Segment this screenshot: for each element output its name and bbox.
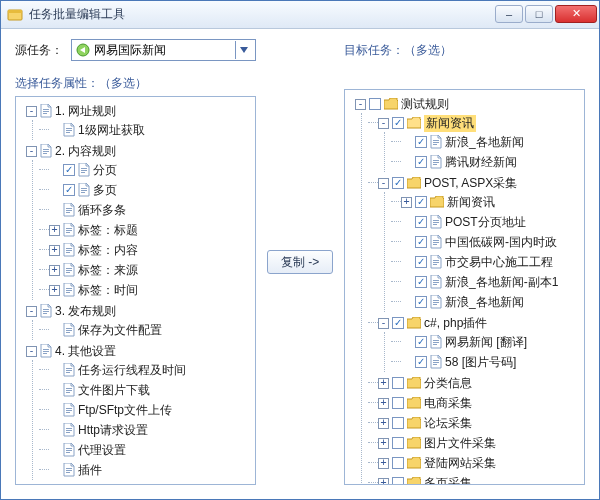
tree-node[interactable]: - 3. 发布规则 <box>26 302 253 320</box>
tree-toggle[interactable]: - <box>355 99 366 110</box>
tree-toggle[interactable]: + <box>49 225 60 236</box>
tree-toggle[interactable]: + <box>49 285 60 296</box>
tree-node[interactable]: + 标签：标题 <box>49 221 253 239</box>
tree-node[interactable]: ✓ 58 [图片号码] <box>401 353 582 371</box>
checkbox[interactable]: ✓ <box>415 296 427 308</box>
tree-node[interactable]: Ftp/SFtp文件上传 <box>49 401 253 419</box>
tree-toggle[interactable]: + <box>49 245 60 256</box>
tree-node[interactable]: + 分类信息 <box>378 374 582 392</box>
tree-node[interactable]: +✓ 新闻资讯 <box>401 193 582 211</box>
tree-toggle[interactable]: - <box>378 178 389 189</box>
close-button[interactable]: ✕ <box>555 5 597 23</box>
checkbox[interactable] <box>392 457 404 469</box>
tree-node[interactable]: - 测试规则 <box>355 95 582 113</box>
tree-node[interactable]: -✓ POST, ASPX采集 <box>378 174 582 192</box>
tree-node[interactable]: ✓ 分页 <box>49 161 253 179</box>
svg-rect-80 <box>433 304 437 305</box>
tree-node[interactable]: 代理设置 <box>49 441 253 459</box>
tree-node[interactable]: + 电商采集 <box>378 394 582 412</box>
tree-node[interactable]: ✓ 中国低碳网-国内时政 <box>401 233 582 251</box>
checkbox[interactable]: ✓ <box>415 276 427 288</box>
checkbox[interactable] <box>392 417 404 429</box>
svg-rect-77 <box>433 284 437 285</box>
tree-toggle[interactable]: + <box>401 197 412 208</box>
checkbox[interactable]: ✓ <box>415 256 427 268</box>
svg-rect-31 <box>66 290 72 291</box>
checkbox[interactable]: ✓ <box>415 236 427 248</box>
tree-node[interactable]: 循环多条 <box>49 201 253 219</box>
tree-toggle[interactable]: + <box>378 398 389 409</box>
tree-node[interactable]: + 标签：来源 <box>49 261 253 279</box>
svg-rect-8 <box>66 132 70 133</box>
tree-node[interactable]: -✓ c#, php插件 <box>378 314 582 332</box>
maximize-button[interactable]: □ <box>525 5 553 23</box>
svg-rect-84 <box>433 360 439 361</box>
tree-node[interactable]: + 论坛采集 <box>378 414 582 432</box>
checkbox[interactable]: ✓ <box>392 117 404 129</box>
tree-toggle[interactable]: - <box>26 306 37 317</box>
tree-node[interactable]: ✓ 网易新闻 [翻译] <box>401 333 582 351</box>
tree-node[interactable]: ✓ 新浪_各地新闻 <box>401 293 582 311</box>
tree-node[interactable]: - 4. 其他设置 <box>26 342 253 360</box>
tree-node[interactable]: ✓ 市交易中心施工工程 <box>401 253 582 271</box>
tree-toggle[interactable]: + <box>378 458 389 469</box>
checkbox[interactable] <box>369 98 381 110</box>
tree-node[interactable]: 任务运行线程及时间 <box>49 361 253 379</box>
tree-node[interactable]: 插件 <box>49 461 253 479</box>
tree-toggle[interactable]: + <box>378 478 389 486</box>
tree-toggle[interactable]: - <box>26 346 37 357</box>
checkbox[interactable] <box>392 377 404 389</box>
tree-node[interactable]: Http请求设置 <box>49 421 253 439</box>
attrs-tree[interactable]: - 1. 网址规则 1级网址获取- 2. 内容规则✓ 分页✓ 多页 循环多条+ … <box>15 96 256 485</box>
copy-button[interactable]: 复制 -> <box>267 250 333 274</box>
tree-node-label: 网易新闻 [翻译] <box>445 334 527 351</box>
tree-toggle[interactable]: + <box>378 378 389 389</box>
tree-toggle[interactable]: + <box>378 438 389 449</box>
checkbox[interactable]: ✓ <box>392 317 404 329</box>
tree-toggle[interactable]: + <box>378 418 389 429</box>
tree-node[interactable]: 文件图片下载 <box>49 381 253 399</box>
tree-node[interactable]: + 标签：内容 <box>49 241 253 259</box>
tree-node[interactable]: + 标签：时间 <box>49 281 253 299</box>
tree-node[interactable]: ✓ 多页 <box>49 181 253 199</box>
tree-node-label: 代理设置 <box>78 442 126 459</box>
checkbox[interactable] <box>392 397 404 409</box>
tree-node[interactable]: 1级网址获取 <box>49 121 253 139</box>
tree-node[interactable]: + 登陆网站采集 <box>378 454 582 472</box>
tree-toggle[interactable]: + <box>49 265 60 276</box>
checkbox[interactable]: ✓ <box>415 196 427 208</box>
tree-node[interactable]: + 图片文件采集 <box>378 434 582 452</box>
tree-node[interactable]: ✓ POST分页地址 <box>401 213 582 231</box>
tree-node-label: 4. 其他设置 <box>55 343 116 360</box>
tree-node[interactable]: - 1. 网址规则 <box>26 102 253 120</box>
tree-node-label: 标签：来源 <box>78 262 138 279</box>
tree-node-label: 1. 网址规则 <box>55 103 116 120</box>
checkbox[interactable]: ✓ <box>63 184 75 196</box>
tree-toggle[interactable]: - <box>378 118 389 129</box>
tree-node[interactable]: -✓ 新闻资讯 <box>378 114 582 132</box>
svg-rect-41 <box>43 353 47 354</box>
tree-node[interactable]: + 多页采集 <box>378 474 582 485</box>
checkbox[interactable]: ✓ <box>415 136 427 148</box>
tree-node[interactable]: ✓ 新浪_各地新闻 <box>401 133 582 151</box>
checkbox[interactable]: ✓ <box>415 336 427 348</box>
checkbox[interactable] <box>392 437 404 449</box>
svg-rect-52 <box>66 430 72 431</box>
checkbox[interactable]: ✓ <box>392 177 404 189</box>
checkbox[interactable]: ✓ <box>63 164 75 176</box>
svg-rect-5 <box>43 113 47 114</box>
tree-toggle[interactable]: - <box>26 146 37 157</box>
tree-toggle[interactable]: - <box>378 318 389 329</box>
source-task-select[interactable]: 网易国际新闻 <box>71 39 256 61</box>
minimize-button[interactable]: – <box>495 5 523 23</box>
tree-node[interactable]: - 2. 内容规则 <box>26 142 253 160</box>
tree-node[interactable]: ✓ 新浪_各地新闻-副本1 <box>401 273 582 291</box>
tree-toggle[interactable]: - <box>26 106 37 117</box>
tree-node[interactable]: 保存为文件配置 <box>49 321 253 339</box>
tree-node[interactable]: ✓ 腾讯财经新闻 <box>401 153 582 171</box>
checkbox[interactable]: ✓ <box>415 216 427 228</box>
checkbox[interactable]: ✓ <box>415 356 427 368</box>
checkbox[interactable] <box>392 477 404 485</box>
target-tree[interactable]: - 测试规则-✓ 新闻资讯✓ 新浪_各地新闻✓ 腾讯财经新闻-✓ POST, A… <box>344 89 585 485</box>
checkbox[interactable]: ✓ <box>415 156 427 168</box>
